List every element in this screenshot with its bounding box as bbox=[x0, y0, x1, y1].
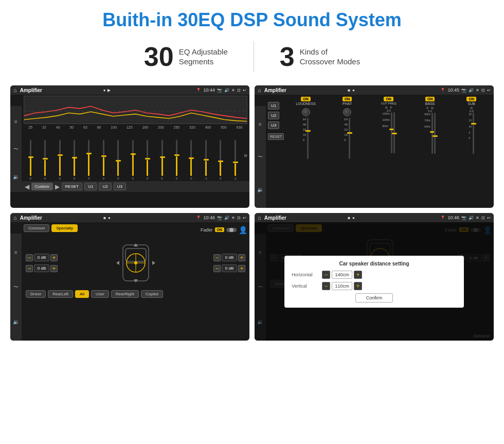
screens-grid: ⌂ Amplifier ● ▶ 📍 10:44 📷 🔊 ✕ ⊡ ↩ ≡ 〜 🔉 bbox=[0, 80, 504, 351]
sidebar-eq-icon-2[interactable]: ≡ bbox=[259, 121, 262, 127]
plus-btn-br[interactable]: + bbox=[238, 265, 245, 272]
user-btn-3[interactable]: User bbox=[91, 290, 109, 298]
minus-btn-tl[interactable]: − bbox=[26, 254, 33, 261]
bass-slider[interactable] bbox=[431, 113, 433, 154]
speaker-layout: − 0 dB + − 0 dB + bbox=[24, 237, 247, 289]
u3-btn[interactable]: U3 bbox=[268, 121, 279, 129]
screen-title-4: Amplifier bbox=[264, 215, 346, 221]
sub-on[interactable]: ON bbox=[466, 97, 476, 101]
sidebar-vol-icon-2[interactable]: 🔉 bbox=[257, 187, 263, 192]
vertical-control: − 110cm + bbox=[322, 282, 362, 290]
sidebar-vol-icon-3[interactable]: 🔉 bbox=[13, 319, 19, 325]
minus-btn-tr[interactable]: − bbox=[213, 254, 221, 261]
horizontal-plus-btn[interactable]: + bbox=[354, 271, 362, 279]
minus-btn-bl[interactable]: − bbox=[26, 265, 33, 272]
db-value-br: 0 dB bbox=[222, 264, 237, 272]
window-icon-1[interactable]: ⊡ bbox=[237, 88, 241, 93]
fader-label-3: Fader bbox=[201, 227, 213, 233]
close-icon-3[interactable]: ✕ bbox=[231, 216, 235, 220]
plus-btn-tr[interactable]: + bbox=[238, 254, 245, 261]
rearleft-btn-3[interactable]: RearLeft bbox=[48, 290, 73, 298]
camera-icon-2: 📷 bbox=[461, 88, 466, 93]
u1-btn-1[interactable]: U1 bbox=[84, 183, 97, 190]
phat-slider[interactable] bbox=[349, 118, 350, 159]
back-icon-4[interactable]: ↩ bbox=[487, 216, 491, 220]
vertical-plus-btn[interactable]: + bbox=[354, 282, 362, 290]
time-4: 10:46 bbox=[447, 215, 459, 220]
back-icon-3[interactable]: ↩ bbox=[243, 216, 246, 220]
custom-btn[interactable]: Custom bbox=[31, 183, 53, 190]
sidebar-wave-icon-3[interactable]: 〜 bbox=[13, 283, 19, 291]
left-sidebar-3: ≡ 〜 🔉 bbox=[10, 234, 22, 341]
back-icon-1[interactable]: ↩ bbox=[243, 88, 246, 93]
minus-btn-br[interactable]: − bbox=[213, 265, 221, 272]
home-icon-3[interactable]: ⌂ bbox=[13, 215, 17, 221]
stat-crossover-label: Kinds ofCrossover Modes bbox=[300, 47, 361, 67]
u2-btn[interactable]: U2 bbox=[268, 112, 279, 119]
sidebar-wave-icon[interactable]: 〜 bbox=[13, 146, 19, 153]
sub-slider[interactable] bbox=[473, 113, 474, 154]
u-buttons: U1 U2 U3 RESET bbox=[268, 97, 284, 159]
loudness-knob[interactable] bbox=[302, 108, 310, 116]
u1-btn[interactable]: U1 bbox=[268, 102, 279, 110]
plus-btn-bl[interactable]: + bbox=[50, 265, 58, 272]
sidebar-eq-icon[interactable]: ≡ bbox=[14, 119, 17, 125]
u2-btn-1[interactable]: U2 bbox=[99, 183, 111, 190]
horizontal-row: Horizontal − 140cm + bbox=[292, 271, 457, 279]
eq-slider-6: 0 bbox=[112, 140, 125, 180]
bass-slider2[interactable] bbox=[434, 113, 436, 154]
window-icon-4[interactable]: ⊡ bbox=[481, 216, 485, 220]
more-icon[interactable]: » bbox=[244, 152, 247, 159]
reset-btn-1[interactable]: RESET bbox=[62, 183, 83, 190]
horizontal-minus-btn[interactable]: − bbox=[322, 271, 330, 279]
phat-on[interactable]: ON bbox=[343, 97, 352, 101]
bass-on[interactable]: ON bbox=[425, 97, 435, 101]
cutfreq-on[interactable]: ON bbox=[384, 97, 393, 101]
page-title: Buith-in 30EQ DSP Sound System bbox=[0, 0, 504, 36]
fader-on-btn-3[interactable]: ON bbox=[215, 227, 225, 232]
page-wrapper: Buith-in 30EQ DSP Sound System 30 EQ Adj… bbox=[0, 0, 504, 361]
copilot-btn-3[interactable]: Copilot bbox=[141, 290, 163, 298]
loudness-slider[interactable] bbox=[307, 118, 309, 159]
sidebar-vol-icon[interactable]: 🔉 bbox=[13, 174, 19, 180]
screen-fader-dialog: ⌂ Amplifier ■ ● 📍 10:46 📷 🔊 ✕ ⊡ ↩ ≡ 〜 🔉 bbox=[255, 213, 494, 341]
fader-content: Common Specialty Fader ON 👤 bbox=[22, 222, 249, 301]
cutfreq-slider2[interactable] bbox=[393, 112, 395, 153]
phat-knob[interactable] bbox=[343, 108, 351, 116]
loudness-on[interactable]: ON bbox=[301, 97, 311, 101]
plus-btn-tl[interactable]: + bbox=[50, 254, 58, 261]
confirm-btn[interactable]: Confirm bbox=[355, 293, 393, 303]
stat-eq: 30 EQ AdjustableSegments bbox=[118, 41, 254, 72]
sidebar-wave-icon-2[interactable]: 〜 bbox=[258, 153, 263, 161]
rearright-btn-3[interactable]: RearRight bbox=[111, 290, 139, 298]
sidebar-eq-icon-3[interactable]: ≡ bbox=[14, 250, 17, 255]
home-icon-4[interactable]: ⌂ bbox=[258, 215, 261, 221]
status-bar-3: ⌂ Amplifier ■ ● 📍 10:46 📷 🔊 ✕ ⊡ ↩ bbox=[10, 213, 249, 222]
close-icon-4[interactable]: ✕ bbox=[476, 216, 479, 220]
fader-slider-3[interactable] bbox=[226, 228, 237, 232]
close-icon-2[interactable]: ✕ bbox=[476, 88, 479, 93]
all-btn-3[interactable]: All bbox=[75, 290, 89, 298]
vertical-minus-btn[interactable]: − bbox=[322, 282, 330, 290]
specialty-tab-3[interactable]: Specialty bbox=[51, 224, 77, 232]
close-icon-1[interactable]: ✕ bbox=[231, 88, 235, 93]
home-icon-1[interactable]: ⌂ bbox=[13, 87, 17, 93]
dialog-title: Car speaker distance setting bbox=[292, 261, 457, 267]
eq-slider-4: 5 bbox=[82, 140, 96, 180]
eq-back-btn[interactable]: ◀ bbox=[25, 183, 29, 190]
common-tab-3[interactable]: Common bbox=[24, 224, 49, 232]
window-icon-3[interactable]: ⊡ bbox=[237, 216, 241, 220]
status-bar-1: ⌂ Amplifier ● ▶ 📍 10:44 📷 🔊 ✕ ⊡ ↩ bbox=[10, 85, 249, 95]
eq-fwd-btn[interactable]: ▶ bbox=[55, 183, 60, 190]
window-icon-2[interactable]: ⊡ bbox=[481, 88, 485, 93]
eq-slider-0: 0 bbox=[24, 140, 37, 180]
stat-eq-label: EQ AdjustableSegments bbox=[179, 47, 228, 67]
eq-slider-2: 0 bbox=[53, 140, 66, 180]
u3-btn-1[interactable]: U3 bbox=[114, 183, 126, 190]
user-avatar-3: 👤 bbox=[239, 226, 247, 234]
driver-btn-3[interactable]: Driver bbox=[26, 290, 46, 298]
camera-icon-4: 📷 bbox=[461, 216, 466, 220]
reset-btn-2[interactable]: RESET bbox=[268, 133, 284, 140]
home-icon-2[interactable]: ⌂ bbox=[258, 87, 261, 93]
back-icon-2[interactable]: ↩ bbox=[487, 88, 491, 93]
